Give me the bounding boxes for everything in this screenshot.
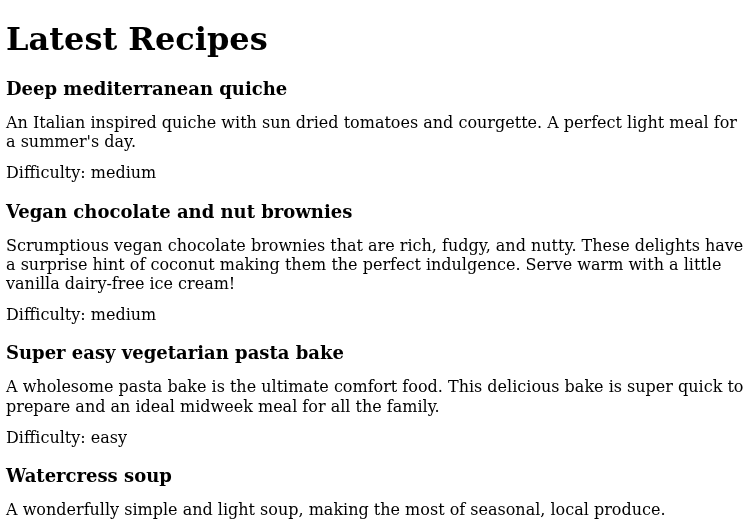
recipe-difficulty: Difficulty: medium	[6, 163, 744, 182]
recipe-difficulty: Difficulty: easy	[6, 428, 744, 447]
recipe-difficulty: Difficulty: medium	[6, 305, 744, 324]
recipe-description: A wonderfully simple and light soup, mak…	[6, 500, 744, 519]
recipes-page: Latest Recipes Deep mediterranean quiche…	[0, 0, 750, 520]
difficulty-value: medium	[91, 305, 156, 324]
recipe-description: Scrumptious vegan chocolate brownies tha…	[6, 236, 744, 294]
difficulty-label: Difficulty:	[6, 163, 91, 182]
recipe-title: Deep mediterranean quiche	[6, 78, 744, 99]
recipe-item: Vegan chocolate and nut brownies Scrumpt…	[6, 201, 744, 325]
page-title: Latest Recipes	[6, 20, 744, 58]
difficulty-value: medium	[91, 163, 156, 182]
difficulty-label: Difficulty:	[6, 428, 91, 447]
recipe-description: An Italian inspired quiche with sun drie…	[6, 113, 744, 151]
difficulty-value: easy	[91, 428, 127, 447]
recipe-title: Super easy vegetarian pasta bake	[6, 342, 744, 363]
recipe-item: Watercress soup A wonderfully simple and…	[6, 465, 744, 519]
recipe-item: Super easy vegetarian pasta bake A whole…	[6, 342, 744, 447]
recipe-description: A wholesome pasta bake is the ultimate c…	[6, 377, 744, 415]
difficulty-label: Difficulty:	[6, 305, 91, 324]
recipe-title: Vegan chocolate and nut brownies	[6, 201, 744, 222]
recipe-item: Deep mediterranean quiche An Italian ins…	[6, 78, 744, 183]
recipe-title: Watercress soup	[6, 465, 744, 486]
